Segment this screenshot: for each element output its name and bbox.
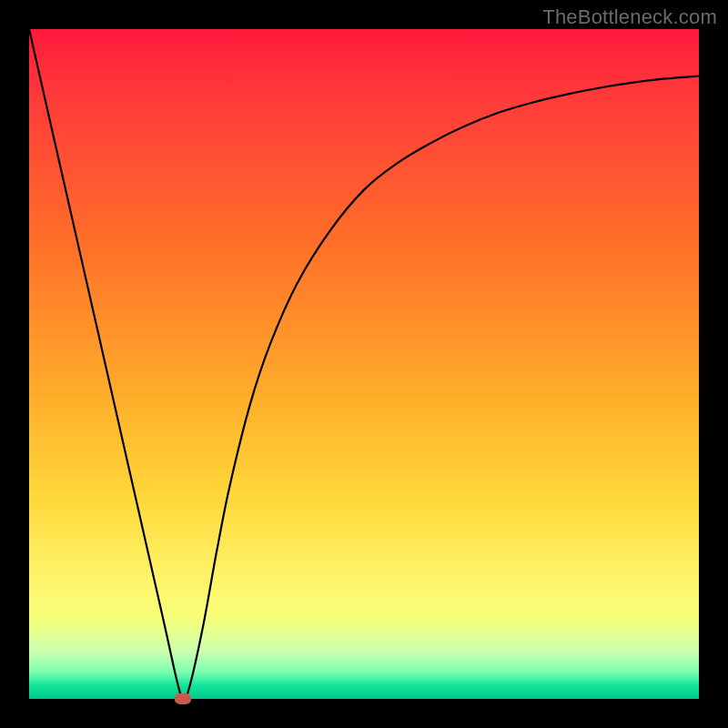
- bottleneck-curve: [29, 29, 699, 699]
- chart-frame: TheBottleneck.com: [0, 0, 728, 728]
- minimum-marker: [175, 693, 191, 704]
- watermark-text: TheBottleneck.com: [542, 5, 717, 29]
- plot-area: [29, 29, 699, 699]
